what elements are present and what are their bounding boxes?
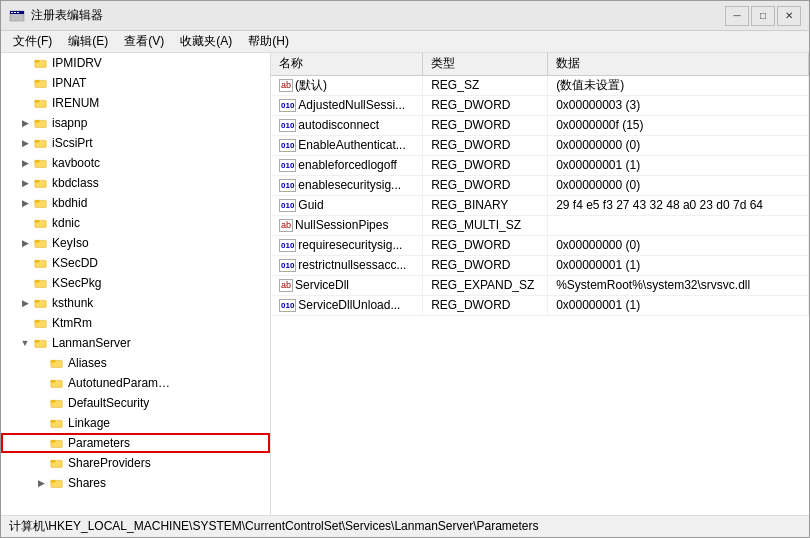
- menubar: 文件(F)编辑(E)查看(V)收藏夹(A)帮助(H): [1, 31, 809, 53]
- menu-item-帮助(H)[interactable]: 帮助(H): [240, 31, 297, 52]
- table-row[interactable]: 010ServiceDllUnload... REG_DWORD 0x00000…: [271, 295, 809, 315]
- ab-icon: ab: [279, 219, 293, 232]
- expand-icon[interactable]: ▶: [17, 153, 33, 173]
- tree-item-KtmRm[interactable]: KtmRm: [1, 313, 270, 333]
- expand-placeholder: [33, 453, 49, 473]
- expand-icon[interactable]: ▶: [17, 113, 33, 133]
- dword-icon: 010: [279, 139, 296, 152]
- tree-label: DefaultSecurity: [68, 396, 149, 410]
- svg-rect-14: [35, 140, 39, 142]
- tree-item-Linkage[interactable]: Linkage: [1, 413, 270, 433]
- main-window: 注册表编辑器 ─ □ ✕ 文件(F)编辑(E)查看(V)收藏夹(A)帮助(H) …: [0, 0, 810, 538]
- cell-data: 0x0000000f (15): [548, 115, 809, 135]
- tree-item-ksthunk[interactable]: ▶ ksthunk: [1, 293, 270, 313]
- table-row[interactable]: 010enableforcedlogoff REG_DWORD 0x000000…: [271, 155, 809, 175]
- tree-item-kbdhid[interactable]: ▶ kbdhid: [1, 193, 270, 213]
- menu-item-文件(F)[interactable]: 文件(F): [5, 31, 60, 52]
- table-row[interactable]: 010AdjustedNullSessi... REG_DWORD 0x0000…: [271, 95, 809, 115]
- col-data: 数据: [548, 53, 809, 75]
- maximize-button[interactable]: □: [751, 6, 775, 26]
- cell-type: REG_DWORD: [423, 235, 548, 255]
- table-row[interactable]: abServiceDll REG_EXPAND_SZ %SystemRoot%\…: [271, 275, 809, 295]
- tree-label: LanmanServer: [52, 336, 131, 350]
- table-row[interactable]: 010requiresecuritysig... REG_DWORD 0x000…: [271, 235, 809, 255]
- folder-icon: [33, 115, 49, 131]
- folder-icon: [33, 175, 49, 191]
- expand-icon[interactable]: ▶: [33, 473, 49, 493]
- tree-label: Parameters: [68, 436, 130, 450]
- tree-item-IRENUM[interactable]: IRENUM: [1, 93, 270, 113]
- content-area: IPMIDRV IPNAT IRENUM▶ isapnp▶ iScsiPrt▶ …: [1, 53, 809, 515]
- svg-rect-46: [51, 460, 55, 462]
- table-row[interactable]: ab(默认) REG_SZ (数值未设置): [271, 75, 809, 95]
- tree-label: KeyIso: [52, 236, 89, 250]
- tree-item-ShareProviders[interactable]: ShareProviders: [1, 453, 270, 473]
- expand-placeholder: [33, 433, 49, 453]
- tree-label: ShareProviders: [68, 456, 151, 470]
- tree-item-Shares[interactable]: ▶ Shares: [1, 473, 270, 493]
- table-row[interactable]: abNullSessionPipes REG_MULTI_SZ: [271, 215, 809, 235]
- tree-item-KSecDD[interactable]: KSecDD: [1, 253, 270, 273]
- tree-item-IPMIDRV[interactable]: IPMIDRV: [1, 53, 270, 73]
- svg-rect-34: [35, 340, 39, 342]
- expand-icon[interactable]: ▶: [17, 233, 33, 253]
- expand-placeholder: [33, 353, 49, 373]
- expand-icon[interactable]: ▶: [17, 293, 33, 313]
- cell-name: 010autodisconnect: [271, 115, 423, 135]
- tree-label: iScsiPrt: [52, 136, 93, 150]
- expand-icon[interactable]: ▼: [17, 333, 33, 353]
- svg-rect-20: [35, 200, 39, 202]
- tree-item-Parameters[interactable]: Parameters: [1, 433, 270, 453]
- table-row[interactable]: 010Guid REG_BINARY 29 f4 e5 f3 27 43 32 …: [271, 195, 809, 215]
- dword-icon: 010: [279, 159, 296, 172]
- svg-rect-8: [35, 80, 39, 82]
- tree-label: Aliases: [68, 356, 107, 370]
- left-panel[interactable]: IPMIDRV IPNAT IRENUM▶ isapnp▶ iScsiPrt▶ …: [1, 53, 271, 515]
- tree-item-LanmanServer[interactable]: ▼ LanmanServer: [1, 333, 270, 353]
- expand-icon[interactable]: ▶: [17, 193, 33, 213]
- folder-icon: [33, 195, 49, 211]
- table-row[interactable]: 010restrictnullsessacc... REG_DWORD 0x00…: [271, 255, 809, 275]
- tree-label: kavbootc: [52, 156, 100, 170]
- svg-rect-44: [51, 440, 55, 442]
- menu-item-编辑(E)[interactable]: 编辑(E): [60, 31, 116, 52]
- table-row[interactable]: 010EnableAuthenticat... REG_DWORD 0x0000…: [271, 135, 809, 155]
- close-button[interactable]: ✕: [777, 6, 801, 26]
- menu-item-收藏夹(A)[interactable]: 收藏夹(A): [172, 31, 240, 52]
- tree-item-Aliases[interactable]: Aliases: [1, 353, 270, 373]
- tree-item-IPNAT[interactable]: IPNAT: [1, 73, 270, 93]
- cell-type: REG_EXPAND_SZ: [423, 275, 548, 295]
- tree-item-kavbootc[interactable]: ▶ kavbootc: [1, 153, 270, 173]
- cell-name: abNullSessionPipes: [271, 215, 423, 235]
- tree-item-DefaultSecurity[interactable]: DefaultSecurity: [1, 393, 270, 413]
- menu-item-查看(V)[interactable]: 查看(V): [116, 31, 172, 52]
- tree-item-kbdclass[interactable]: ▶ kbdclass: [1, 173, 270, 193]
- tree-item-KSecPkg[interactable]: KSecPkg: [1, 273, 270, 293]
- cell-data: 0x00000001 (1): [548, 295, 809, 315]
- svg-rect-26: [35, 260, 39, 262]
- folder-icon: [49, 355, 65, 371]
- tree-item-kdnic[interactable]: kdnic: [1, 213, 270, 233]
- tree-item-AutotunedParam[interactable]: AutotunedParam…: [1, 373, 270, 393]
- folder-icon: [33, 315, 49, 331]
- tree-item-iScsiPrt[interactable]: ▶ iScsiPrt: [1, 133, 270, 153]
- tree-item-KeyIso[interactable]: ▶ KeyIso: [1, 233, 270, 253]
- cell-name: 010EnableAuthenticat...: [271, 135, 423, 155]
- tree-label: IPNAT: [52, 76, 86, 90]
- minimize-button[interactable]: ─: [725, 6, 749, 26]
- svg-rect-22: [35, 220, 39, 222]
- table-row[interactable]: 010autodisconnect REG_DWORD 0x0000000f (…: [271, 115, 809, 135]
- expand-placeholder: [17, 93, 33, 113]
- registry-table: 名称 类型 数据 ab(默认) REG_SZ (数值未设置) 010Adjust…: [271, 53, 809, 316]
- expand-icon[interactable]: ▶: [17, 173, 33, 193]
- ab-icon: ab: [279, 279, 293, 292]
- tree-label: kbdclass: [52, 176, 99, 190]
- folder-icon: [33, 255, 49, 271]
- right-panel[interactable]: 名称 类型 数据 ab(默认) REG_SZ (数值未设置) 010Adjust…: [271, 53, 809, 515]
- expand-icon[interactable]: ▶: [17, 133, 33, 153]
- svg-rect-16: [35, 160, 39, 162]
- cell-data: 0x00000000 (0): [548, 135, 809, 155]
- svg-rect-32: [35, 320, 39, 322]
- tree-item-isapnp[interactable]: ▶ isapnp: [1, 113, 270, 133]
- table-row[interactable]: 010enablesecuritysig... REG_DWORD 0x0000…: [271, 175, 809, 195]
